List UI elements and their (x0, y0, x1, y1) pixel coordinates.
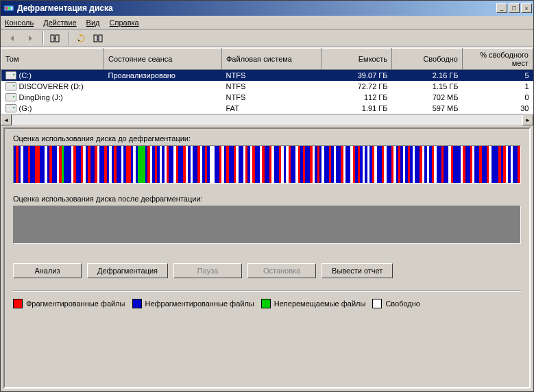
button-row: Анализ Дефрагментация Пауза Остановка Вы… (13, 263, 521, 278)
legend-unmovable: Неперемещаемые файлы (261, 299, 366, 308)
swatch-free (372, 299, 382, 308)
volume-free: 702 МБ (392, 92, 463, 103)
label-after: Оценка использования диска после дефрагм… (13, 195, 521, 203)
col-filesystem[interactable]: Файловая система (222, 49, 321, 70)
volume-pct: 30 (463, 103, 533, 114)
scroll-track[interactable] (12, 114, 522, 125)
volume-table-wrap: Том Состояние сеанса Файловая система Ем… (1, 47, 533, 125)
separator (13, 291, 521, 292)
label-before: Оценка использования диска до дефрагмент… (13, 134, 521, 143)
legend-fragmented: Фрагментированные файлы (13, 299, 125, 308)
toolbar-separator (43, 32, 43, 45)
col-free[interactable]: Свободно (392, 49, 463, 70)
scroll-left-icon[interactable]: ◄ (1, 114, 12, 125)
volume-free: 2.16 ГБ (392, 70, 463, 82)
menu-action[interactable]: Действие (43, 19, 76, 27)
content-area: Том Состояние сеанса Файловая система Ем… (1, 47, 533, 391)
volume-state (104, 92, 222, 103)
table-row[interactable]: (G:)FAT1.91 ГБ597 МБ30 (1, 103, 533, 114)
volume-fs: NTFS (222, 81, 321, 92)
legend: Фрагментированные файлы Нефрагментирован… (13, 299, 521, 308)
table-row[interactable]: DISCOVERER (D:)NTFS72.72 ГБ1.15 ГБ1 (1, 81, 533, 92)
column-header-row: Том Состояние сеанса Файловая система Ем… (1, 49, 533, 70)
volume-state: Проанализировано (104, 70, 222, 82)
legend-free: Свободно (372, 299, 420, 308)
stripe (518, 146, 520, 183)
table-row[interactable]: (C:)ПроанализированоNTFS39.07 ГБ2.16 ГБ5 (1, 70, 533, 82)
titlebar[interactable]: Дефрагментация диска _ □ × (1, 1, 533, 16)
maximize-button[interactable]: □ (509, 3, 520, 13)
table-row[interactable]: DingDing (J:)NTFS112 ГБ702 МБ0 (1, 92, 533, 103)
col-volume[interactable]: Том (1, 49, 104, 70)
menu-view[interactable]: Вид (86, 19, 100, 27)
volume-fs: FAT (222, 103, 321, 114)
svg-point-6 (78, 40, 80, 41)
stop-button[interactable]: Остановка (247, 263, 316, 278)
svg-rect-3 (11, 7, 12, 10)
drive-icon (5, 93, 16, 101)
volume-pct: 1 (463, 81, 533, 92)
swatch-fragmented (13, 299, 23, 308)
volume-free: 1.15 ГБ (392, 81, 463, 92)
svg-rect-1 (5, 7, 8, 10)
svg-rect-2 (8, 7, 10, 10)
usage-bar-after (13, 206, 521, 244)
col-capacity[interactable]: Емкость (321, 49, 392, 70)
volume-state (104, 103, 222, 114)
toolbar-separator (68, 32, 69, 45)
properties-button[interactable] (91, 31, 106, 46)
drive-icon (5, 104, 16, 112)
legend-fragmented-label: Фрагментированные файлы (26, 299, 125, 308)
volume-capacity: 72.72 ГБ (321, 81, 392, 92)
horizontal-scrollbar[interactable]: ◄ ► (1, 114, 533, 125)
svg-rect-7 (94, 35, 97, 42)
defragment-button[interactable]: Дефрагментация (87, 263, 168, 278)
volume-name: (G:) (19, 104, 32, 112)
volume-name: DingDing (J:) (19, 93, 63, 101)
back-button[interactable] (5, 31, 20, 46)
analyze-button[interactable]: Анализ (13, 263, 82, 278)
svg-rect-5 (56, 35, 59, 42)
volume-free: 597 МБ (392, 103, 463, 114)
legend-unmovable-label: Неперемещаемые файлы (274, 299, 366, 308)
defrag-window: Дефрагментация диска _ □ × Консоль Дейст… (0, 0, 534, 392)
svg-rect-4 (51, 35, 54, 42)
volume-name: (C:) (19, 71, 32, 79)
legend-contiguous-label: Нефрагментированные файлы (145, 299, 254, 308)
menubar: Консоль Действие Вид Справка (1, 16, 533, 29)
volume-capacity: 39.07 ГБ (321, 70, 392, 82)
volume-state (104, 81, 222, 92)
lower-panel: Оценка использования диска до дефрагмент… (3, 127, 531, 389)
drive-icon (5, 71, 16, 79)
usage-bar-before (13, 145, 521, 184)
legend-contiguous: Нефрагментированные файлы (132, 299, 254, 308)
refresh-button[interactable] (73, 31, 88, 46)
up-button[interactable] (48, 31, 63, 46)
volume-name: DISCOVERER (D:) (19, 82, 84, 90)
report-button[interactable]: Вывести отчет (321, 263, 393, 278)
minimize-button[interactable]: _ (496, 3, 507, 13)
menu-help[interactable]: Справка (110, 19, 139, 27)
forward-button[interactable] (23, 31, 38, 46)
pause-button[interactable]: Пауза (173, 263, 242, 278)
volume-fs: NTFS (222, 92, 321, 103)
volume-pct: 0 (463, 92, 533, 103)
svg-rect-8 (99, 35, 102, 42)
window-title: Дефрагментация диска (17, 3, 496, 13)
swatch-contiguous (132, 299, 142, 308)
volume-capacity: 112 ГБ (321, 92, 392, 103)
col-session-state[interactable]: Состояние сеанса (104, 49, 222, 70)
volume-pct: 5 (463, 70, 533, 82)
legend-free-label: Свободно (385, 299, 420, 308)
menu-console[interactable]: Консоль (5, 19, 34, 27)
toolbar (1, 29, 533, 47)
close-button[interactable]: × (521, 3, 532, 13)
swatch-unmovable (261, 299, 271, 308)
scroll-right-icon[interactable]: ► (522, 114, 533, 125)
volume-fs: NTFS (222, 70, 321, 82)
app-icon (3, 3, 14, 14)
drive-icon (5, 82, 16, 90)
col-pct-free[interactable]: % свободного мест (463, 49, 533, 70)
volume-table: Том Состояние сеанса Файловая система Ем… (1, 48, 533, 114)
volume-capacity: 1.91 ГБ (321, 103, 392, 114)
